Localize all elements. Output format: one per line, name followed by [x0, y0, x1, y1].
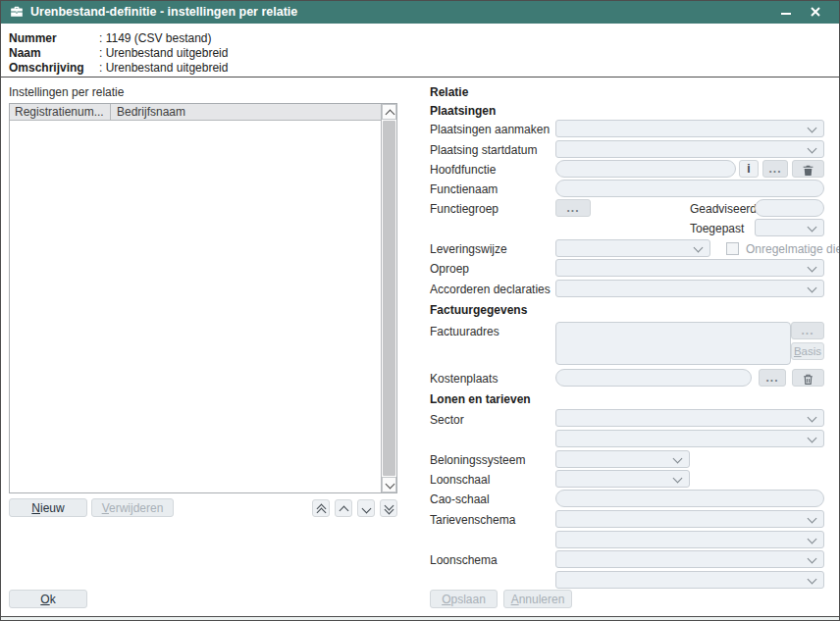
opslaan-button[interactable]: Opslaan: [430, 590, 498, 608]
onregelmatige-diensten-checkbox[interactable]: [726, 242, 739, 255]
chevron-down-icon: [808, 144, 817, 154]
hoofdfunctie-delete-button[interactable]: [792, 160, 824, 178]
scroll-up-icon[interactable]: [382, 104, 396, 120]
nieuw-button[interactable]: Nieuw: [9, 498, 87, 517]
move-up-button[interactable]: [335, 499, 352, 517]
tarievenschema-select-1[interactable]: [555, 510, 824, 528]
plaatsingen-aanmaken-label: Plaatsingen aanmaken: [430, 123, 550, 136]
app-icon: [10, 5, 24, 19]
chevron-down-icon: [808, 223, 817, 233]
plaatsing-startdatum-select[interactable]: [555, 140, 824, 158]
accorderen-declaraties-select[interactable]: [555, 280, 824, 297]
scrollbar-thumb[interactable]: [383, 121, 395, 476]
ok-button[interactable]: Ok: [9, 590, 87, 608]
omschrijving-value: : Urenbestand uitgebreid: [99, 61, 228, 75]
minimize-button[interactable]: [780, 1, 802, 24]
plaatsingen-aanmaken-select[interactable]: [555, 120, 824, 137]
tarievenschema-select-2[interactable]: [555, 531, 824, 548]
chevron-down-icon: [808, 575, 817, 585]
sector-label: Sector: [430, 413, 464, 427]
sector-select-2[interactable]: [555, 430, 824, 447]
chevron-down-icon: [808, 413, 817, 423]
scroll-down-icon[interactable]: [382, 477, 396, 492]
chevron-down-icon: [808, 434, 817, 443]
kostenplaats-input[interactable]: [555, 369, 752, 387]
naam-label: Naam: [9, 46, 99, 60]
dialog-window: Urenbestand-definitie - instellingen per…: [0, 0, 840, 621]
leveringswijze-select[interactable]: [555, 239, 710, 257]
chevron-down-icon: [808, 124, 817, 133]
ellipsis-icon: ...: [556, 204, 590, 213]
factuuradres-textarea[interactable]: [555, 322, 791, 365]
chevron-down-icon: [673, 454, 683, 464]
table-header: Registratienum... Bedrijfsnaam: [10, 104, 381, 121]
left-panel-title: Instellingen per relatie: [9, 85, 124, 99]
geadviseerd-input[interactable]: [755, 199, 824, 217]
loonschaal-select[interactable]: [555, 470, 690, 488]
oproep-label: Oproep: [430, 262, 469, 276]
hoofdfunctie-info-button[interactable]: i: [739, 160, 759, 178]
basis-button[interactable]: Basis: [791, 342, 824, 360]
move-bottom-button[interactable]: [380, 499, 397, 517]
column-header-registratienummer[interactable]: Registratienum...: [10, 104, 111, 121]
chevron-down-icon: [673, 474, 683, 484]
chevron-up-icon: [340, 506, 349, 516]
header-divider: [1, 77, 839, 78]
omschrijving-label: Omschrijving: [9, 61, 99, 75]
header-row-nummer: Nummer: 1149 (CSV bestand): [9, 31, 212, 45]
beloningssysteem-label: Beloningssysteem: [430, 453, 525, 467]
beloningssysteem-select[interactable]: [555, 450, 690, 468]
header-row-naam: Naam: Urenbestand uitgebreid: [9, 46, 228, 60]
accorderen-declaraties-label: Accorderen declaraties: [430, 283, 551, 296]
column-header-bedrijfsnaam[interactable]: Bedrijfsnaam: [112, 104, 185, 121]
section-plaatsingen: Plaatsingen: [430, 104, 496, 118]
functiegroep-browse-button[interactable]: ...: [555, 199, 591, 217]
naam-value: : Urenbestand uitgebreid: [99, 46, 228, 60]
chevron-down-icon: [362, 504, 372, 514]
factuuradres-browse-button[interactable]: ...: [791, 322, 824, 339]
functienaam-input[interactable]: [555, 180, 824, 197]
tarievenschema-label: Tarievenschema: [430, 513, 515, 527]
move-top-button[interactable]: [312, 499, 330, 517]
loonschema-select-2[interactable]: [555, 571, 824, 589]
oproep-select[interactable]: [555, 259, 824, 277]
toegepast-select[interactable]: [755, 219, 824, 236]
section-factuurgegevens: Factuurgegevens: [430, 303, 527, 317]
leveringswijze-label: Leveringswijze: [430, 242, 507, 256]
kostenplaats-delete-button[interactable]: [792, 369, 824, 387]
annuleren-button[interactable]: Annuleren: [503, 590, 572, 608]
chevron-down-icon: [808, 535, 817, 544]
window-bottom-edge: [1, 616, 839, 621]
section-relatie: Relatie: [430, 85, 468, 99]
chevron-down-icon: [694, 243, 704, 253]
cao-schaal-input[interactable]: [555, 490, 824, 507]
move-down-button[interactable]: [357, 499, 375, 517]
titlebar: Urenbestand-definitie - instellingen per…: [1, 1, 839, 24]
cao-schaal-label: Cao-schaal: [430, 492, 490, 506]
onregelmatige-diensten-label: Onregelmatige diensten: [746, 242, 840, 256]
plaatsing-startdatum-label: Plaatsing startdatum: [430, 143, 537, 157]
kostenplaats-label: Kostenplaats: [430, 372, 498, 386]
loonschema-select-1[interactable]: [555, 550, 824, 568]
kostenplaats-browse-button[interactable]: ...: [759, 369, 786, 387]
relaties-table[interactable]: Registratienum... Bedrijfsnaam: [9, 103, 397, 493]
functiegroep-label: Functiegroep: [430, 202, 499, 216]
ellipsis-icon: ...: [763, 165, 787, 174]
section-lonen-en-tarieven: Lonen en tarieven: [430, 392, 531, 406]
chevron-down-icon: [808, 284, 817, 293]
trash-icon: [802, 373, 814, 386]
info-icon: i: [740, 161, 758, 177]
ellipsis-icon: ...: [792, 327, 823, 336]
hoofdfunctie-input[interactable]: [555, 160, 736, 178]
verwijderen-button[interactable]: Verwijderen: [91, 498, 174, 517]
factuuradres-label: Factuuradres: [430, 325, 499, 338]
sector-select-1[interactable]: [555, 409, 824, 427]
functienaam-label: Functienaam: [430, 182, 498, 196]
hoofdfunctie-browse-button[interactable]: ...: [762, 160, 788, 178]
trash-icon: [802, 164, 814, 177]
header-row-omschrijving: Omschrijving: Urenbestand uitgebreid: [9, 61, 228, 75]
table-scrollbar[interactable]: [381, 104, 396, 492]
geadviseerd-label: Geadviseerd: [690, 202, 757, 216]
hoofdfunctie-label: Hoofdfunctie: [430, 163, 496, 177]
close-icon[interactable]: [810, 1, 831, 24]
